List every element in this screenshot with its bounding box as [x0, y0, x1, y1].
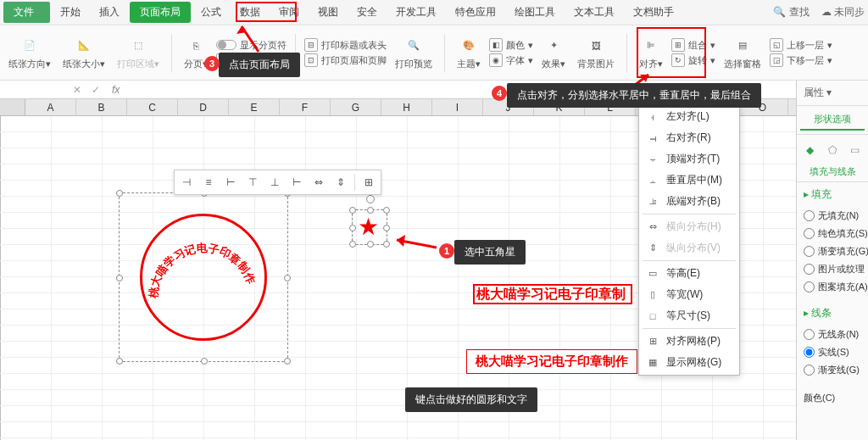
ribbon-font[interactable]: ◉字体▾ [489, 53, 533, 67]
tab-formula[interactable]: 公式 [192, 2, 230, 23]
tab-home[interactable]: 开始 [52, 2, 89, 23]
watermark-1: 桃大喵学习记电子印章制 [476, 286, 626, 304]
tooltip-bottom: 键点击做好的圆形和文字 [405, 387, 537, 412]
bring-forward[interactable]: ◱上移一层▾ [770, 38, 832, 52]
align-item-0[interactable]: ⫞左对齐(L) [639, 106, 739, 127]
tab-view[interactable]: 视图 [309, 2, 347, 23]
tab-security[interactable]: 安全 [348, 2, 386, 23]
align-item-3[interactable]: ⫠垂直居中(M) [639, 170, 739, 191]
col-G[interactable]: G [331, 99, 381, 115]
selection-pane[interactable]: ▤选择窗格 [721, 36, 765, 70]
tab-data[interactable]: 数据 [231, 2, 269, 23]
size-tab-icon[interactable]: ▭ [849, 140, 861, 160]
panel-subtab-label: 填充与线条 [797, 165, 868, 182]
col-H[interactable]: H [381, 99, 432, 115]
tooltip-page-layout: 点击页面布局 [219, 53, 300, 77]
tab-draw-tools[interactable]: 绘图工具 [506, 2, 564, 23]
align-item-1[interactable]: ⫤右对齐(R) [639, 127, 739, 148]
tab-insert[interactable]: 插入 [91, 2, 128, 23]
col-A[interactable]: A [25, 99, 76, 115]
fill-opt-0[interactable]: 无填充(N) [804, 207, 861, 225]
search-button[interactable]: 🔍 查找 [773, 5, 809, 19]
badge-3: 3 [204, 56, 220, 71]
line-opt-0[interactable]: 无线条(N) [804, 326, 861, 343]
line-opt-1[interactable]: 实线(S) [804, 343, 861, 361]
paper-direction[interactable]: 📄纸张方向▾ [5, 36, 54, 70]
select-all-corner[interactable] [0, 99, 25, 115]
align-item-5: ⇔横向分布(H) [639, 216, 739, 237]
align-center-icon[interactable]: ≡ [200, 174, 217, 191]
ribbon: 📄纸张方向▾ 📐纸张大小▾ ⬚打印区域▾ ⎘分页▾ 显示分页符 ⊞打印缩放▾ ⊟… [0, 25, 868, 81]
align-bottom-icon[interactable]: ⊢ [288, 174, 305, 191]
align-item-10[interactable]: ⊞对齐网格(P) [639, 331, 739, 352]
file-menu[interactable]: 文件▾ [3, 2, 50, 23]
effects-tab-icon[interactable]: ⬠ [826, 140, 839, 160]
dist-v-icon[interactable]: ⇕ [332, 174, 349, 191]
ribbon-color[interactable]: ◧颜色▾ [489, 38, 533, 52]
group-icon[interactable]: ⊞ [360, 174, 377, 191]
arrow-to-star [390, 235, 441, 256]
print-titles[interactable]: ⊟打印标题或表头 [304, 38, 387, 52]
col-D[interactable]: D [178, 99, 229, 115]
align-item-6: ⇕纵向分布(V) [639, 237, 739, 259]
fill-opt-2[interactable]: 渐变填充(G) [804, 242, 861, 260]
align-item-9[interactable]: □等尺寸(S) [639, 305, 739, 326]
tab-page-layout[interactable]: 页面布局 [130, 2, 191, 23]
watermark-2: 桃大喵学习记电子印章制作 [466, 349, 637, 374]
send-backward[interactable]: ◲下移一层▾ [770, 53, 832, 67]
align-item-11[interactable]: ▦显示网格(G) [639, 352, 739, 373]
bg-image[interactable]: 🖼背景图片 [574, 36, 618, 70]
fx-cancel[interactable]: ✕ [68, 84, 86, 96]
col-F[interactable]: F [280, 99, 331, 115]
align-item-7[interactable]: ▭等高(E) [639, 263, 739, 284]
align-top-icon[interactable]: ⊤ [244, 174, 261, 191]
line-section-header[interactable]: ▸ 线条 [804, 306, 861, 320]
tab-devtools[interactable]: 开发工具 [387, 2, 445, 23]
col-E[interactable]: E [229, 99, 280, 115]
tooltip-align: 点击对齐，分别选择水平居中，垂直居中，最后组合 [507, 83, 761, 108]
effects[interactable]: ✦效果▾ [538, 36, 569, 70]
tab-doc-helper[interactable]: 文档助手 [625, 2, 682, 23]
print-area[interactable]: ⬚打印区域▾ [114, 36, 163, 70]
line-color[interactable]: 颜色(C) [804, 389, 861, 407]
svg-marker-3 [397, 235, 405, 247]
rotate-button[interactable]: ↻旋转▾ [671, 53, 715, 67]
tab-text-tools[interactable]: 文本工具 [565, 2, 623, 23]
fx-confirm[interactable]: ✓ [86, 84, 105, 96]
print-preview[interactable]: 🔍打印预览 [392, 36, 436, 70]
stamp-arc-text: 桃大喵学习记电子印章制作 [140, 214, 267, 341]
fill-line-tab-icon[interactable]: ◆ [804, 140, 816, 160]
align-right-icon[interactable]: ⊢ [222, 174, 239, 191]
align-left-icon[interactable]: ⊣ [178, 174, 195, 191]
tab-special[interactable]: 特色应用 [447, 2, 504, 23]
shape-format-toolbar[interactable]: ⊣ ≡ ⊢ ⊤ ⊥ ⊢ ⇔ ⇕ ⊞ [174, 170, 381, 195]
tab-review[interactable]: 审阅 [270, 2, 308, 23]
col-C[interactable]: C [127, 99, 178, 115]
tooltip-star: 选中五角星 [454, 240, 526, 265]
align-middle-icon[interactable]: ⊥ [266, 174, 283, 191]
align-item-4[interactable]: ⫡底端对齐(B) [639, 191, 739, 212]
col-B[interactable]: B [76, 99, 127, 115]
line-opt-2[interactable]: 渐变线(G) [804, 361, 861, 379]
panel-tab-shape[interactable]: 形状选项 [800, 109, 865, 131]
col-I[interactable]: I [432, 99, 483, 115]
menu-bar: 文件▾ 开始 插入 页面布局 公式 数据 审阅 视图 安全 开发工具 特色应用 … [0, 0, 868, 25]
align-item-2[interactable]: ⫟顶端对齐(T) [639, 148, 739, 170]
paper-size[interactable]: 📐纸张大小▾ [59, 36, 108, 70]
align-button[interactable]: ⊫对齐▾ [636, 36, 666, 70]
header-footer[interactable]: ⊡打印页眉和页脚 [304, 53, 387, 67]
badge-4: 4 [492, 86, 507, 101]
show-page-breaks[interactable]: 显示分页符 [216, 39, 287, 52]
fill-opt-3[interactable]: 图片或纹理 [804, 260, 861, 278]
fill-opt-4[interactable]: 图案填充(A) [804, 278, 861, 296]
dist-h-icon[interactable]: ⇔ [310, 174, 327, 191]
fill-section-header[interactable]: ▸ 填充 [804, 187, 861, 202]
fill-opt-1[interactable]: 纯色填充(S) [804, 225, 861, 242]
sync-status[interactable]: ☁ 未同步 [821, 5, 865, 19]
fx-icon[interactable]: fx [105, 84, 126, 96]
star-shape[interactable]: ★ [358, 213, 379, 241]
theme[interactable]: 🎨主题▾ [453, 36, 484, 70]
group-button[interactable]: ⊞组合▾ [671, 38, 715, 52]
align-dropdown[interactable]: ⫞左对齐(L)⫤右对齐(R)⫟顶端对齐(T)⫠垂直居中(M)⫡底端对齐(B)⇔横… [638, 103, 740, 376]
align-item-8[interactable]: ▯等宽(W) [639, 284, 739, 305]
